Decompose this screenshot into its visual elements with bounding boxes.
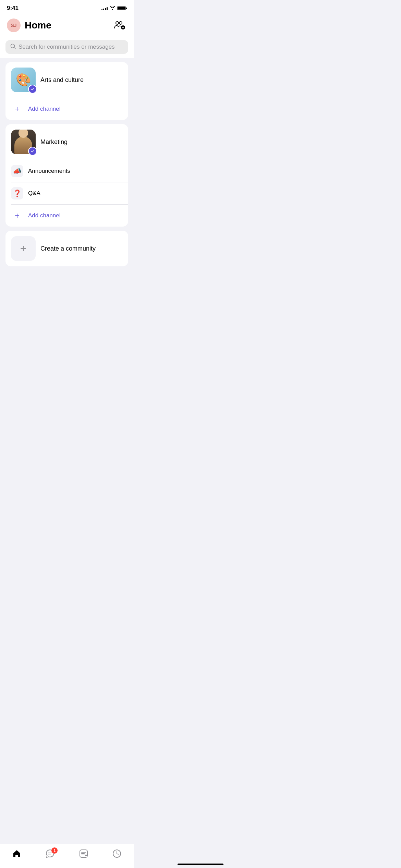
community-name-arts: Arts and culture — [40, 76, 84, 84]
status-icons — [101, 5, 127, 11]
page-title: Home — [25, 20, 51, 31]
svg-text:+: + — [122, 25, 124, 29]
svg-point-0 — [116, 22, 119, 24]
community-card-arts: 🎨 Arts and culture + Add channel — [5, 62, 128, 120]
svg-point-6 — [30, 87, 35, 92]
add-channel-button-marketing[interactable]: + Add channel — [5, 205, 128, 227]
add-channel-plus-icon-arts: + — [11, 103, 23, 115]
create-community-card: + Create a community — [5, 231, 128, 266]
community-logo-wrapper-marketing — [11, 130, 36, 154]
create-community-label: Create a community — [40, 245, 96, 252]
create-plus-icon: + — [11, 236, 36, 261]
community-header-arts[interactable]: 🎨 Arts and culture — [5, 62, 128, 98]
community-header-marketing[interactable]: Marketing — [5, 124, 128, 160]
wifi-icon — [110, 5, 115, 11]
add-channel-label-arts: Add channel — [28, 106, 61, 112]
channel-item-announcements[interactable]: 📣 Announcements — [5, 160, 128, 182]
search-container: Search for communities or messages — [0, 37, 134, 58]
header: SJ Home + — [0, 14, 134, 37]
channel-name-qanda: Q&A — [28, 190, 40, 197]
content-area: 🎨 Arts and culture + Add channel — [0, 58, 134, 309]
add-community-button[interactable]: + — [112, 17, 127, 33]
add-channel-label-marketing: Add channel — [28, 212, 61, 219]
status-bar: 9:41 — [0, 0, 134, 14]
search-icon — [10, 44, 16, 50]
signal-icon — [101, 6, 108, 10]
qanda-icon: ❓ — [11, 187, 23, 200]
search-bar[interactable]: Search for communities or messages — [5, 40, 128, 54]
status-time: 9:41 — [7, 5, 19, 12]
create-community-button[interactable]: + Create a community — [5, 231, 128, 266]
add-channel-plus-icon-marketing: + — [11, 209, 23, 222]
add-people-icon: + — [113, 19, 125, 31]
svg-line-5 — [14, 47, 15, 49]
community-logo-wrapper-arts: 🎨 — [11, 68, 36, 92]
verified-badge-marketing — [28, 147, 37, 156]
svg-point-7 — [30, 149, 35, 154]
channel-name-announcements: Announcements — [28, 168, 70, 174]
add-channel-button-arts[interactable]: + Add channel — [5, 98, 128, 120]
avatar[interactable]: SJ — [7, 19, 21, 32]
verified-badge-arts — [28, 85, 37, 94]
announcements-icon: 📣 — [11, 165, 23, 177]
community-card-marketing: Marketing 📣 Announcements ❓ Q&A + Add ch… — [5, 124, 128, 227]
battery-icon — [117, 6, 127, 10]
search-placeholder: Search for communities or messages — [19, 44, 115, 50]
channel-item-qanda[interactable]: ❓ Q&A — [5, 182, 128, 204]
svg-point-1 — [119, 22, 122, 24]
community-name-marketing: Marketing — [40, 138, 68, 146]
